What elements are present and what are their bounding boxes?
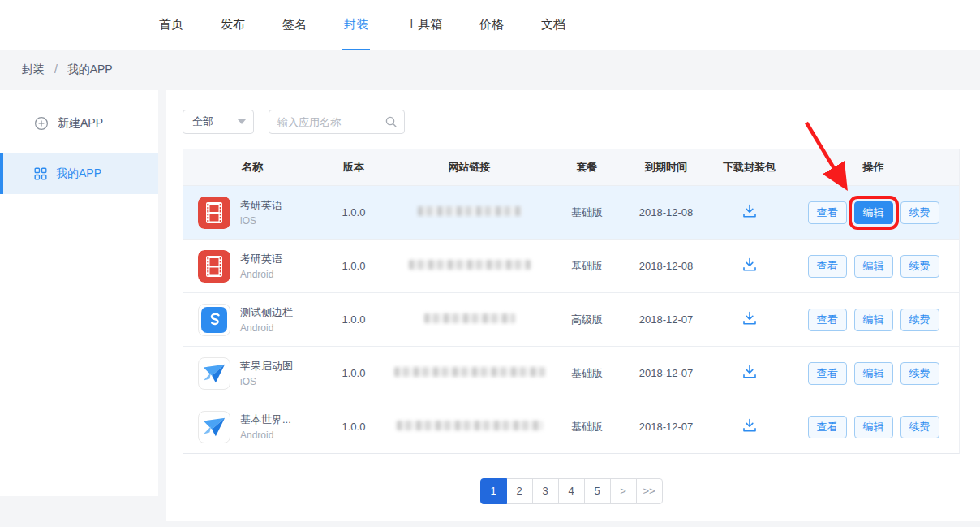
edit-button[interactable]: 编辑 [854,255,893,278]
breadcrumb-item-package[interactable]: 封装 [22,63,45,76]
table-header-cell: 名称 [183,160,321,175]
app-url-masked [397,421,543,430]
table-header-row: 名称版本网站链接套餐到期时间下载封装包操作 [183,149,959,185]
paperplane-icon [198,411,230,443]
top-nav: 首页 发布 签名 封装 工具箱 价格 文档 [0,0,980,50]
app-platform: iOS [240,376,293,387]
download-icon[interactable] [741,364,758,380]
view-button[interactable]: 查看 [808,362,847,385]
table-body: 考研英语 iOS 1.0.0 基础版 2018-12-08 查看 编辑 续费 [183,185,959,453]
table-header-cell: 下载封装包 [711,160,788,175]
app-plan: 基础版 [552,366,621,381]
s-logo-icon [198,304,230,336]
nav-item-label: 价格 [479,17,504,32]
app-url-cell [386,313,552,326]
app-expiry: 2018-12-07 [621,313,711,326]
app-url-cell [386,421,552,433]
table-row: 苹果启动图 iOS 1.0.0 基础版 2018-12-07 查看 编辑 续费 [183,346,959,400]
table-row: 测试侧边栏 Android 1.0.0 高级版 2018-12-07 查看 编辑… [183,292,959,346]
app-expiry: 2018-12-07 [621,367,711,379]
pagination-page[interactable]: 1 [480,478,507,504]
nav-item[interactable]: 首页 [159,0,183,50]
renew-button[interactable]: 续费 [900,309,939,331]
app-platform: Android [240,430,291,441]
view-button[interactable]: 查看 [808,416,847,438]
app-name-cell: 苹果启动图 iOS [183,357,321,390]
edit-button[interactable]: 编辑 [854,201,893,224]
view-button[interactable]: 查看 [808,201,847,224]
pagination-page[interactable]: 2 [506,478,533,504]
view-button[interactable]: 查看 [808,255,847,278]
download-icon[interactable] [741,310,758,326]
table-header-cell: 到期时间 [621,160,711,175]
renew-button[interactable]: 续费 [900,362,939,385]
app-name: 测试侧边栏 [240,305,293,320]
app-plan: 基础版 [552,205,621,220]
nav-item-label: 文档 [541,17,565,32]
nav-item[interactable]: 签名 [282,0,307,50]
app-expiry: 2018-12-08 [621,206,711,218]
nav-item[interactable]: 封装 [344,0,368,50]
app-url-cell [386,206,552,218]
search-icon[interactable] [385,115,398,132]
renew-button[interactable]: 续费 [900,416,939,438]
film-icon [198,197,230,229]
breadcrumb: 封装 / 我的APP [0,50,980,90]
app-url-masked [424,313,515,323]
nav-item-label: 发布 [221,17,245,32]
nav-item-label: 工具箱 [406,17,442,32]
edit-button[interactable]: 编辑 [854,362,893,385]
sidebar-item-new-app[interactable]: 新建APP [0,103,158,144]
app-expiry: 2018-12-07 [621,421,711,433]
table-row: 考研英语 iOS 1.0.0 基础版 2018-12-08 查看 编辑 续费 [183,185,959,239]
app-name: 苹果启动图 [240,359,293,374]
table-header-cell: 版本 [321,160,386,175]
download-icon[interactable] [741,417,758,434]
toolbar: 全部 [183,110,960,134]
table-row: 考研英语 Android 1.0.0 基础版 2018-12-08 查看 编辑 … [183,239,959,292]
pagination-page[interactable]: 4 [558,478,585,504]
app-name-cell: 基本世界... Android [183,411,321,443]
pagination-last[interactable]: >> [636,478,663,504]
nav-item[interactable]: 工具箱 [406,0,442,50]
edit-button[interactable]: 编辑 [854,416,893,438]
filter-select[interactable]: 全部 [183,110,254,134]
sidebar-item-my-app[interactable]: 我的APP [0,153,158,194]
nav-item-label: 签名 [282,17,307,32]
edit-button[interactable]: 编辑 [854,309,893,331]
app-plan: 高级版 [552,313,621,327]
app-version: 1.0.0 [321,260,386,272]
app-table: 名称版本网站链接套餐到期时间下载封装包操作 考研英语 iOS 1.0.0 基础版… [183,149,960,454]
app-platform: iOS [240,215,282,227]
app-version: 1.0.0 [321,206,386,218]
paperplane-icon [198,357,230,390]
app-expiry: 2018-12-08 [621,260,711,272]
renew-button[interactable]: 续费 [900,201,939,224]
app-name: 基本世界... [240,413,291,427]
nav-item[interactable]: 文档 [541,0,565,50]
app-name-cell: 考研英语 iOS [183,197,321,229]
app-plan: 基础版 [552,420,621,434]
pagination-page[interactable]: 3 [532,478,559,504]
download-icon[interactable] [741,203,758,219]
pagination: 12345>>> [183,478,960,504]
download-icon[interactable] [741,257,758,273]
breadcrumb-separator: / [54,63,58,76]
main-panel: 全部 名称版本网站链接套餐到期时间下载封装包操作 考研英语 iOS [166,90,980,521]
breadcrumb-item-my-app: 我的APP [67,63,113,76]
view-button[interactable]: 查看 [808,309,847,331]
pagination-page[interactable]: 5 [584,478,611,504]
app-version: 1.0.0 [321,313,386,326]
app-url-masked [409,260,531,270]
table-header-cell: 网站链接 [386,160,552,175]
app-name: 考研英语 [240,252,282,266]
app-name-cell: 测试侧边栏 Android [183,304,321,336]
sidebar-item-label: 新建APP [58,116,103,131]
renew-button[interactable]: 续费 [900,255,939,278]
app-platform: Android [240,322,293,334]
app-name-cell: 考研英语 Android [183,250,321,283]
nav-item[interactable]: 发布 [221,0,245,50]
app-name: 考研英语 [240,198,282,213]
nav-item[interactable]: 价格 [479,0,504,50]
pagination-next[interactable]: > [610,478,637,504]
